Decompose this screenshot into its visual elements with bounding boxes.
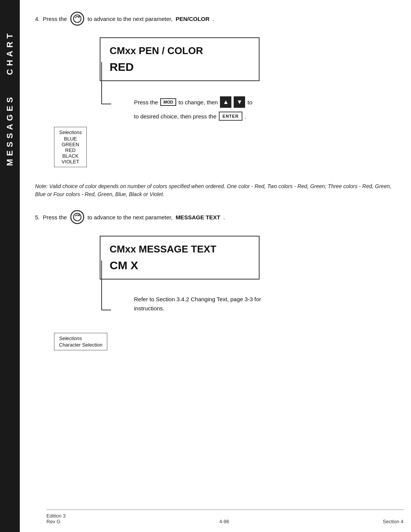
step4-selections-box: Selections BLUE GREEN RED BLACK VIOLET: [54, 127, 87, 167]
note-text: Note: Valid choice of color depends on n…: [35, 182, 392, 198]
connector-svg-2: [100, 260, 111, 321]
step5-text-before: Press the: [43, 214, 67, 220]
message-text-value: CM X: [110, 259, 250, 272]
mod-button: MOD: [160, 98, 176, 106]
step4-number: 4.: [35, 16, 40, 22]
up-arrow-button: ▲: [220, 96, 231, 108]
message-text-model: CMxx MESSAGE TEXT: [110, 243, 250, 255]
step5-sel-char: Character Selection: [59, 342, 102, 348]
connector-svg-1: [100, 62, 111, 123]
down-arrow-button: ▼: [234, 96, 245, 108]
step5-instructions: Refer to Section 3.4.2 Changing Text, pa…: [119, 291, 392, 350]
footer-edition: Edition 3: [46, 513, 66, 519]
pen-color-value: RED: [110, 61, 250, 73]
step4-sel-red: RED: [59, 147, 82, 153]
sidebar-top-text: CHART: [5, 30, 15, 75]
step4-instr-period: .: [245, 113, 246, 120]
pen-color-display: CMxx PEN / COLOR RED: [100, 37, 260, 81]
page: CHART MESSAGES 4. Press the to advance t…: [0, 0, 411, 532]
step5-instr-text2: instructions.: [134, 304, 392, 313]
step4-sel-green: GREEN: [59, 142, 82, 147]
step5-number: 5.: [35, 214, 40, 220]
sidebar-bottom-text: MESSAGES: [5, 94, 15, 166]
step5-instr-text1: Refer to Section 3.4.2 Changing Text, pa…: [134, 295, 392, 304]
step4-period: .: [213, 16, 214, 22]
pen-color-model: CMxx PEN / COLOR: [110, 45, 250, 57]
step5-period: .: [223, 214, 225, 220]
footer-section: Section 4: [383, 519, 403, 524]
footer-rev: Rev G: [46, 519, 66, 524]
sidebar: CHART MESSAGES: [0, 0, 20, 532]
step4-instr-line2: to desired choice, then press the ENTER …: [134, 112, 392, 121]
step4-instr-desired: to desired choice, then press the: [134, 113, 217, 120]
step4-instr-change: to change, then: [178, 99, 218, 105]
step5-instruction: 5. Press the to advance to the next para…: [35, 210, 392, 224]
step5-selections-box: Selections Character Selection: [54, 333, 107, 350]
step5-button-icon: [70, 210, 84, 224]
step4-instruction: 4. Press the to advance to the next para…: [35, 11, 392, 26]
main-content: 4. Press the to advance to the next para…: [20, 0, 411, 532]
step4-sel-blue: BLUE: [59, 136, 82, 142]
step4-instructions: Press the MOD to change, then ▲ ▼ to to …: [119, 93, 392, 167]
message-text-display: CMxx MESSAGE TEXT CM X: [100, 236, 260, 280]
step4-sel-label: Selections: [59, 129, 82, 135]
footer-page: 4-96: [219, 519, 229, 524]
svg-point-0: [71, 12, 84, 25]
step5-block: 5. Press the to advance to the next para…: [35, 210, 392, 350]
step4-parameter: PEN/COLOR: [175, 16, 209, 22]
step4-instr-line1: Press the MOD to change, then ▲ ▼ to: [134, 96, 392, 108]
step4-block: 4. Press the to advance to the next para…: [35, 11, 392, 167]
footer-left: Edition 3 Rev G: [46, 513, 66, 524]
step5-parameter: MESSAGE TEXT: [175, 214, 220, 220]
svg-point-5: [71, 211, 84, 224]
step4-sel-black: BLACK: [59, 153, 82, 159]
step4-text-before: Press the: [43, 16, 67, 22]
step4-instr-to: to: [247, 99, 252, 105]
enter-button: ENTER: [219, 112, 242, 121]
step4-sel-violet: VIOLET: [59, 159, 82, 165]
step5-sel-label: Selections: [59, 335, 102, 341]
step5-text-after: to advance to the next parameter,: [88, 214, 172, 220]
step4-button-icon: [70, 11, 84, 26]
step4-text-after: to advance to the next parameter,: [88, 16, 172, 22]
step4-instr-press: Press the: [134, 99, 158, 105]
footer: Edition 3 Rev G 4-96 Section 4: [46, 510, 403, 524]
